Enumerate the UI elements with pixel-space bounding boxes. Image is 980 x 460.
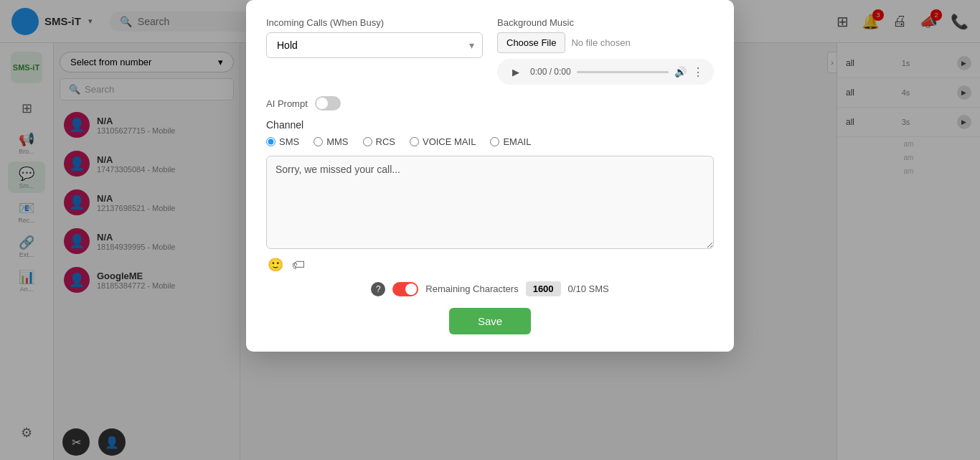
remaining-row: ? Remaining Characters 1600 0/10 SMS	[266, 281, 714, 296]
background-music-section: Background Music Choose File No file cho…	[497, 17, 714, 85]
emoji-button[interactable]: 🙂	[266, 255, 285, 274]
save-button-wrap: Save	[266, 308, 714, 334]
channel-email[interactable]: EMAIL	[490, 136, 531, 147]
channel-sms-label: SMS	[279, 136, 299, 147]
settings-modal: Incoming Calls (When Busy) Hold Forward …	[246, 0, 734, 352]
remaining-label: Remaining Characters	[425, 283, 518, 294]
audio-play-button[interactable]: ▶	[507, 63, 524, 80]
save-button[interactable]: Save	[449, 308, 531, 334]
file-input-wrap: Choose File No file chosen	[497, 32, 714, 53]
bg-music-label: Background Music	[497, 17, 714, 28]
ai-prompt-slider	[315, 96, 341, 111]
modal-overlay: Incoming Calls (When Busy) Hold Forward …	[0, 0, 980, 460]
channel-rcs[interactable]: RCS	[363, 136, 395, 147]
remaining-toggle[interactable]	[392, 282, 418, 296]
incoming-calls-select[interactable]: Hold Forward Voicemail	[266, 32, 483, 58]
channel-email-radio[interactable]	[490, 137, 499, 146]
audio-volume-icon[interactable]: 🔊	[674, 66, 687, 78]
incoming-calls-section: Incoming Calls (When Busy) Hold Forward …	[266, 17, 483, 85]
tag-button[interactable]: 🏷	[291, 255, 306, 274]
channel-rcs-label: RCS	[376, 136, 395, 147]
message-textarea[interactable]: Sorry, we missed your call...	[266, 156, 714, 249]
modal-top-row: Incoming Calls (When Busy) Hold Forward …	[266, 17, 714, 85]
choose-file-button[interactable]: Choose File	[497, 32, 565, 53]
textarea-extras: 🙂 🏷	[266, 255, 714, 274]
audio-more-icon[interactable]: ⋮	[692, 65, 704, 79]
channel-options: SMS MMS RCS VOICE MAIL EMAIL	[266, 136, 714, 147]
channel-sms-radio[interactable]	[266, 137, 275, 146]
channel-sms[interactable]: SMS	[266, 136, 299, 147]
ai-prompt-label: AI Prompt	[266, 98, 308, 109]
audio-player: ▶ 0:00 / 0:00 🔊 ⋮	[497, 59, 714, 85]
sms-count: 0/10 SMS	[568, 283, 609, 294]
channel-rcs-radio[interactable]	[363, 137, 372, 146]
incoming-calls-label: Incoming Calls (When Busy)	[266, 17, 483, 28]
remaining-slider	[392, 282, 418, 296]
audio-progress-bar[interactable]	[577, 71, 669, 73]
ai-prompt-row: AI Prompt	[266, 96, 714, 111]
no-file-text: No file chosen	[571, 37, 630, 48]
channel-section: Channel SMS MMS RCS VOICE MAIL	[266, 119, 714, 147]
channel-label: Channel	[266, 119, 714, 131]
ai-prompt-toggle[interactable]	[315, 96, 341, 111]
channel-voicemail-radio[interactable]	[410, 137, 419, 146]
channel-email-label: EMAIL	[503, 136, 531, 147]
audio-time: 0:00 / 0:00	[530, 67, 571, 77]
incoming-calls-dropdown-wrap: Hold Forward Voicemail ▾	[266, 32, 483, 58]
channel-mms-label: MMS	[326, 136, 348, 147]
remaining-count: 1600	[526, 281, 561, 296]
channel-mms[interactable]: MMS	[314, 136, 348, 147]
channel-voicemail-label: VOICE MAIL	[423, 136, 476, 147]
channel-mms-radio[interactable]	[314, 137, 323, 146]
channel-voicemail[interactable]: VOICE MAIL	[410, 136, 476, 147]
help-icon[interactable]: ?	[371, 282, 385, 296]
